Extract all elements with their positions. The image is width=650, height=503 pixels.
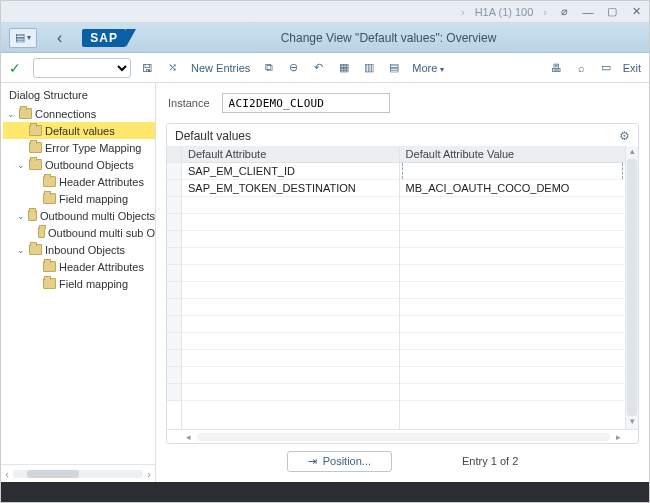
collapse-icon[interactable]: ⌄ [17, 211, 25, 221]
cell-attr[interactable]: SAP_EM_TOKEN_DESTINATION [182, 180, 399, 197]
cell-attr[interactable]: . [182, 231, 399, 248]
close-button[interactable]: ✕ [629, 5, 643, 19]
cell-val[interactable]: . [400, 384, 625, 401]
instance-input[interactable] [222, 93, 390, 113]
cell-attr[interactable]: . [182, 248, 399, 265]
cell-attr[interactable]: . [182, 333, 399, 350]
row-selector[interactable] [167, 214, 181, 231]
scroll-right-icon[interactable]: ▸ [612, 432, 625, 442]
maximize-button[interactable]: ▢ [605, 5, 619, 19]
cell-val[interactable]: MB_ACI_OAUTH_COCO_DEMO [400, 180, 625, 197]
undo-icon[interactable]: ↶ [310, 59, 327, 76]
scroll-left-icon[interactable]: ◂ [182, 432, 195, 442]
cell-attr[interactable]: SAP_EM_CLIENT_ID [182, 163, 399, 180]
row-selector[interactable] [167, 180, 181, 197]
select-all-icon[interactable]: ▦ [335, 59, 352, 76]
cell-attr[interactable]: . [182, 197, 399, 214]
tree-item-inbound-objects[interactable]: ⌄Inbound Objects [3, 241, 155, 258]
scroll-up-icon[interactable]: ▴ [626, 146, 638, 159]
cell-val[interactable]: . [400, 333, 625, 350]
cell-val[interactable]: . [400, 316, 625, 333]
cell-attr[interactable]: . [182, 265, 399, 282]
save-icon[interactable]: 🖫 [139, 59, 156, 76]
accept-icon[interactable]: ✓ [9, 60, 21, 76]
cell-val[interactable]: . [400, 299, 625, 316]
cell-val[interactable]: . [400, 282, 625, 299]
deselect-all-icon[interactable]: ▤ [385, 59, 402, 76]
copy-icon[interactable]: ⧉ [260, 59, 277, 76]
link-icon[interactable]: ⌀ [557, 5, 571, 19]
collapse-icon[interactable]: ⌄ [17, 160, 26, 170]
tree-item-error-type-mapping[interactable]: Error Type Mapping [3, 139, 155, 156]
row-selector-column [167, 146, 182, 429]
command-field[interactable] [33, 58, 131, 78]
tree-item-field-mapping-in[interactable]: Field mapping [3, 275, 155, 292]
row-selector[interactable] [167, 316, 181, 333]
tree-item-default-values[interactable]: Default values [3, 122, 155, 139]
app-window: › H1A (1) 100 › ⌀ — ▢ ✕ ▤ ▾ ‹ SAP Change… [0, 0, 650, 503]
header-bar: ▤ ▾ ‹ SAP Change View "Default values": … [1, 23, 649, 53]
tree-item-field-mapping[interactable]: Field mapping [3, 190, 155, 207]
print-icon[interactable]: 🖶 [548, 59, 565, 76]
row-selector[interactable] [167, 299, 181, 316]
select-all-rows[interactable] [167, 146, 181, 163]
toggle-icon[interactable]: ⤭ [164, 59, 181, 76]
cell-val[interactable] [400, 163, 625, 180]
column-default-attribute: Default Attribute SAP_EM_CLIENT_ID SAP_E… [182, 146, 400, 429]
find-icon[interactable]: ⌕ [573, 59, 590, 76]
cell-val[interactable]: . [400, 350, 625, 367]
column-header-attr[interactable]: Default Attribute [182, 146, 399, 163]
more-menu[interactable]: More ▾ [410, 62, 446, 74]
tree-item-outbound-objects[interactable]: ⌄Outbound Objects [3, 156, 155, 173]
row-selector[interactable] [167, 384, 181, 401]
scroll-left-icon[interactable]: ‹ [1, 468, 13, 480]
cell-attr[interactable]: . [182, 384, 399, 401]
cell-val[interactable]: . [400, 197, 625, 214]
table-vscroll[interactable]: ▴ ▾ [625, 146, 638, 429]
tree-item-connections[interactable]: ⌄Connections [3, 105, 155, 122]
minimize-button[interactable]: — [581, 5, 595, 19]
select-block-icon[interactable]: ▥ [360, 59, 377, 76]
cell-attr[interactable]: . [182, 350, 399, 367]
table-settings-icon[interactable]: ⚙ [619, 129, 630, 143]
tree-item-header-attributes[interactable]: Header Attributes [3, 173, 155, 190]
row-selector[interactable] [167, 248, 181, 265]
scroll-down-icon[interactable]: ▾ [626, 416, 638, 429]
layout-icon[interactable]: ▭ [598, 59, 615, 76]
row-selector[interactable] [167, 197, 181, 214]
cell-attr[interactable]: . [182, 282, 399, 299]
row-selector[interactable] [167, 350, 181, 367]
row-selector[interactable] [167, 333, 181, 350]
scroll-right-icon[interactable]: › [143, 468, 155, 480]
cell-val[interactable]: . [400, 231, 625, 248]
cell-attr[interactable]: . [182, 299, 399, 316]
back-button[interactable]: ‹ [53, 29, 66, 47]
cell-val[interactable]: . [400, 248, 625, 265]
folder-icon [43, 193, 56, 204]
tree-item-outbound-multi-objects[interactable]: ⌄Outbound multi Objects [3, 207, 155, 224]
column-header-val[interactable]: Default Attribute Value [400, 146, 625, 163]
cell-val[interactable]: . [400, 265, 625, 282]
position-button[interactable]: ⇥ Position... [287, 451, 392, 472]
cell-attr[interactable]: . [182, 316, 399, 333]
tree-item-outbound-multi-sub[interactable]: Outbound multi sub O [3, 224, 155, 241]
cell-attr[interactable]: . [182, 367, 399, 384]
cell-val[interactable]: . [400, 214, 625, 231]
cell-val[interactable]: . [400, 367, 625, 384]
row-selector[interactable] [167, 163, 181, 180]
table-hscroll[interactable]: ◂ ▸ [167, 429, 638, 443]
new-entries-button[interactable]: New Entries [189, 62, 252, 74]
row-selector[interactable] [167, 231, 181, 248]
collapse-icon[interactable]: ⌄ [17, 245, 26, 255]
row-selector[interactable] [167, 265, 181, 282]
instance-label: Instance [168, 97, 210, 109]
row-selector[interactable] [167, 282, 181, 299]
delete-icon[interactable]: ⊖ [285, 59, 302, 76]
row-selector[interactable] [167, 367, 181, 384]
tree-item-header-attributes-in[interactable]: Header Attributes [3, 258, 155, 275]
exit-button[interactable]: Exit [623, 62, 641, 74]
sidebar-hscroll[interactable]: ‹ › [1, 464, 155, 482]
menu-button[interactable]: ▤ ▾ [9, 28, 37, 48]
cell-attr[interactable]: . [182, 214, 399, 231]
collapse-icon[interactable]: ⌄ [7, 109, 16, 119]
